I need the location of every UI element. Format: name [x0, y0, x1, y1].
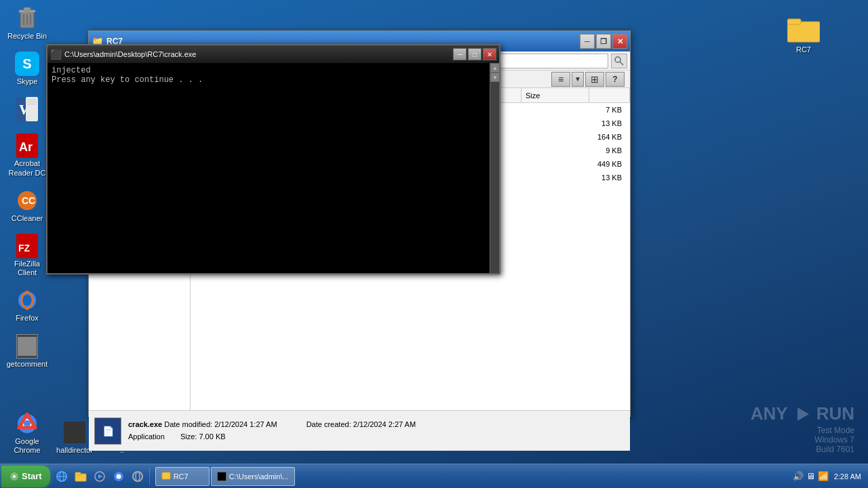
taskbar-rc7-label: RC7 — [174, 472, 189, 481]
cmd-minimize-button[interactable]: ─ — [453, 48, 467, 60]
desktop: Recycle Bin S Skype W — [0, 0, 868, 488]
status-size-label: Size: — [180, 432, 197, 441]
svg-marker-29 — [797, 407, 809, 421]
taskbar-item-cmd[interactable]: C:\Users\admin\... — [211, 467, 295, 486]
taskbar-cmd-label: C:\Users\admin\... — [229, 472, 289, 481]
word-icon: W — [15, 97, 39, 121]
status-created-label: Date created: — [307, 420, 351, 428]
rc7-close-button[interactable]: ✕ — [612, 34, 627, 49]
chrome-label: Google Chrome — [6, 437, 48, 455]
desktop-icon-getcomment[interactable]: getcomment — [3, 331, 51, 371]
tray-display-icon[interactable]: 🖥 — [806, 471, 815, 481]
desktop-icon-recycle-bin[interactable]: Recycle Bin — [3, 3, 51, 43]
cmd-maximize-button[interactable]: □ — [468, 48, 481, 60]
svg-point-27 — [615, 57, 620, 62]
tray-volume-icon[interactable]: 🔊 — [793, 471, 804, 481]
svg-rect-9 — [27, 100, 37, 100]
testmode-label: Test Mode — [817, 426, 854, 435]
svg-rect-8 — [26, 97, 38, 121]
build-label: Build 7601 — [816, 445, 854, 454]
view-list-button[interactable]: ≡ — [551, 72, 570, 87]
ccleaner-label: CCleaner — [12, 214, 43, 223]
svg-text:CC: CC — [22, 195, 35, 206]
tray-icons: 🔊 🖥 📶 — [793, 471, 829, 481]
file-size-3: 9 KB — [573, 146, 627, 155]
desktop-icons-bottom: Google Chrome — [3, 409, 51, 458]
cmd-scrollbar[interactable]: ▲ ▼ — [490, 63, 499, 273]
status-filename: crack.exe — [128, 420, 162, 428]
file-size-5: 13 KB — [573, 174, 627, 182]
ql-chrome-button[interactable] — [110, 468, 127, 485]
ql-folder-button[interactable] — [72, 468, 90, 485]
col-type-header[interactable] — [589, 88, 630, 102]
start-button[interactable]: Start — [1, 466, 50, 487]
rc7-search-button[interactable] — [611, 54, 627, 68]
ql-media-button[interactable] — [91, 468, 108, 485]
svg-rect-43 — [162, 472, 170, 479]
desktop-icon-skype[interactable]: S Skype — [3, 49, 51, 89]
cmd-close-button[interactable]: ✕ — [483, 48, 496, 60]
desktop-icon-word[interactable]: W — [3, 94, 51, 125]
status-type-line: Application Size: 7.00 KB — [128, 431, 416, 443]
svg-point-31 — [13, 475, 16, 478]
desktop-icon-rc7-folder[interactable]: RC7 — [780, 14, 827, 57]
view-details-button[interactable]: ⊞ — [585, 72, 604, 87]
firefox-label: Firefox — [16, 314, 39, 323]
desktop-icon-acrobat[interactable]: Ar Acrobat Reader DC — [3, 131, 51, 180]
svg-line-28 — [620, 62, 623, 65]
cmd-content[interactable]: injected Press any key to continue . . .… — [47, 63, 499, 273]
desktop-icon-firefox[interactable]: Firefox — [3, 285, 51, 325]
cmd-scroll-up[interactable]: ▲ — [490, 63, 499, 73]
svg-rect-26 — [787, 19, 801, 24]
system-clock[interactable]: 2:28 AM — [831, 472, 864, 481]
cmd-line-2: Press any key to continue . . . — [52, 75, 495, 85]
rc7-minimize-button[interactable]: ─ — [580, 34, 595, 49]
acrobat-label: Acrobat Reader DC — [6, 159, 48, 177]
col-size-header[interactable]: Size — [521, 88, 589, 102]
file-size-2: 164 KB — [573, 133, 627, 141]
cmd-controls: ─ □ ✕ — [453, 48, 496, 60]
svg-point-42 — [136, 472, 140, 481]
rc7-maximize-button[interactable]: ❐ — [596, 34, 611, 49]
svg-text:Ar: Ar — [19, 140, 33, 154]
view-dropdown-button[interactable]: ▼ — [572, 72, 584, 87]
taskbar-item-rc7[interactable]: RC7 — [155, 467, 210, 486]
tray-network-icon[interactable]: 📶 — [818, 471, 829, 481]
desktop-icon-filezilla[interactable]: FZ FileZilla Client — [3, 231, 51, 280]
status-file-icon: 📄 — [94, 418, 121, 445]
desktop-icon-chrome[interactable]: Google Chrome — [3, 409, 51, 458]
getcomment-label: getcomment — [7, 360, 48, 369]
cmd-window: ⬛ C:\Users\admin\Desktop\RC7\crack.exe ─… — [46, 44, 500, 274]
acrobat-icon: Ar — [15, 134, 39, 158]
chrome-icon — [15, 411, 39, 436]
recycle-bin-icon — [15, 6, 39, 30]
anyrun-run: RUN — [816, 403, 854, 424]
ql-ie2-button[interactable] — [129, 468, 146, 485]
start-label: Start — [22, 471, 42, 481]
svg-point-41 — [133, 472, 142, 481]
rc7-window-controls: ─ ❐ ✕ — [580, 34, 627, 49]
svg-text:FZ: FZ — [18, 243, 31, 253]
cmd-taskbar-icon — [217, 472, 226, 481]
getcomment-icon — [15, 334, 39, 359]
svg-rect-2 — [24, 7, 31, 11]
cmd-title: C:\Users\admin\Desktop\RC7\crack.exe — [64, 50, 450, 58]
status-filename-line: crack.exe Date modified: 2/12/2024 1:27 … — [128, 419, 416, 431]
anyrun-watermark: ANY RUN Test Mode Windows 7 Build 7601 — [751, 403, 854, 454]
file-size-4: 449 KB — [573, 160, 627, 168]
svg-rect-11 — [27, 104, 37, 104]
desktop-icons-left: Recycle Bin S Skype W — [3, 3, 51, 371]
svg-point-40 — [116, 474, 121, 479]
file-size-1: 13 KB — [573, 119, 627, 127]
svg-rect-36 — [75, 472, 81, 475]
anyrun-any: ANY — [751, 403, 788, 424]
cmd-icon: ⬛ — [50, 49, 62, 60]
help-button[interactable]: ? — [606, 72, 625, 87]
taskbar: Start — [0, 464, 868, 488]
desktop-icon-ccleaner[interactable]: CC CCleaner — [3, 186, 51, 226]
cmd-scroll-down[interactable]: ▼ — [490, 73, 499, 82]
ql-browser-button[interactable] — [53, 468, 71, 485]
rc7-status-bar: 📄 crack.exe Date modified: 2/12/2024 1:2… — [89, 410, 630, 451]
ccleaner-icon: CC — [15, 188, 39, 213]
filezilla-label: FileZilla Client — [6, 260, 48, 277]
